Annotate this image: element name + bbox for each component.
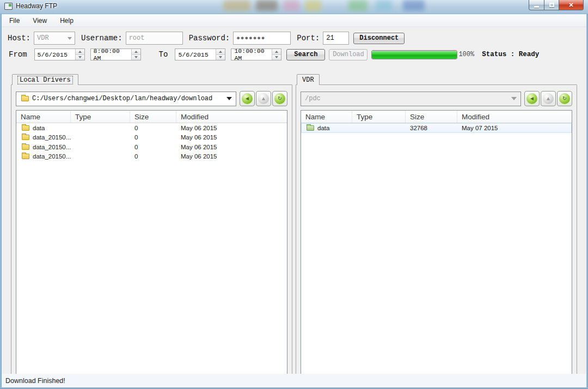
local-refresh-button[interactable]: ↻	[272, 91, 287, 106]
client-area: Host: VDR Username: root Password: ●●●●●…	[2, 27, 586, 374]
column-header-modified[interactable]: Modified	[176, 111, 287, 123]
chevron-down-icon	[226, 97, 232, 100]
remote-back-button[interactable]: ◄	[524, 91, 540, 106]
local-path-combobox[interactable]: C:/Users/changwei/Desktop/lan/headway/do…	[16, 92, 236, 106]
glass-blur-decoration	[376, 0, 392, 11]
chevron-down-icon	[68, 37, 72, 40]
table-row[interactable]: data_20150... 0 May 06 2015	[16, 142, 287, 152]
host-label: Host:	[8, 34, 30, 42]
username-label: Username:	[81, 34, 122, 42]
port-label: Port:	[297, 34, 320, 42]
up-arrow-icon: ▲	[543, 93, 554, 104]
column-header-size[interactable]: Size	[130, 111, 176, 123]
glass-blur-decoration	[283, 0, 299, 11]
table-row[interactable]: data 32768 May 07 2015	[301, 123, 572, 133]
from-date-value: 5/6/2015	[35, 49, 75, 60]
file-size: 32768	[406, 125, 457, 131]
close-button[interactable]: ✕	[559, 0, 584, 10]
menu-bar: File View Help	[2, 14, 586, 27]
glass-blur-decoration	[305, 0, 321, 11]
minimize-button[interactable]	[529, 0, 544, 10]
spin-down-icon[interactable]	[76, 55, 84, 60]
status-ready-text: Status : Ready	[482, 51, 539, 58]
glass-blur-decoration	[256, 0, 278, 11]
maximize-button[interactable]	[544, 0, 559, 10]
local-back-button[interactable]: ◄	[240, 91, 255, 106]
spinner-buttons[interactable]	[216, 49, 225, 60]
column-header-type[interactable]: Type	[352, 111, 406, 123]
username-field[interactable]: root	[126, 32, 183, 45]
table-row[interactable]: data 0 May 06 2015	[16, 123, 287, 133]
spin-up-icon[interactable]	[272, 49, 281, 55]
back-arrow-icon: ◄	[242, 93, 253, 104]
password-value: ●●●●●●●	[236, 35, 265, 41]
window-title: Headway FTP	[16, 2, 57, 10]
folder-icon	[22, 125, 29, 131]
refresh-icon: ↻	[274, 93, 285, 104]
tab-vdr[interactable]: VDR	[297, 74, 320, 85]
local-up-button[interactable]: ▲	[256, 91, 271, 106]
remote-refresh-button[interactable]: ↻	[557, 91, 572, 106]
spin-down-icon[interactable]	[132, 55, 140, 60]
search-toolbar: From 5/6/2015 8:00:00 AM To 5/6/2015	[9, 48, 539, 61]
folder-icon	[22, 154, 29, 159]
remote-path-combobox[interactable]: /pdc	[301, 92, 521, 106]
file-name: data_20150...	[33, 134, 71, 141]
menu-file[interactable]: File	[4, 15, 25, 26]
download-button[interactable]: Download	[329, 49, 367, 60]
remote-list-header: Name Type Size Modified	[301, 111, 572, 123]
file-size: 0	[130, 144, 176, 150]
app-icon	[4, 3, 13, 10]
spin-up-icon[interactable]	[216, 49, 225, 55]
host-combobox[interactable]: VDR	[34, 32, 75, 45]
local-path-row: C:/Users/changwei/Desktop/lan/headway/do…	[16, 91, 287, 106]
file-name: data	[33, 125, 45, 131]
column-header-name[interactable]: Name	[301, 111, 352, 123]
password-field[interactable]: ●●●●●●●	[233, 32, 291, 45]
glass-blur-decoration	[403, 0, 425, 11]
to-time-value: 10:00:00 AM	[231, 49, 272, 60]
spinner-buttons[interactable]	[75, 49, 84, 60]
local-file-list[interactable]: Name Type Size Modified data 0 May 06 20…	[16, 110, 287, 374]
spin-up-icon[interactable]	[132, 49, 140, 55]
remote-up-button[interactable]: ▲	[541, 91, 556, 106]
spin-down-icon[interactable]	[272, 55, 281, 60]
to-date-spinner[interactable]: 5/6/2015	[175, 48, 225, 60]
search-button[interactable]: Search	[286, 49, 325, 60]
status-bar: Download Finished!	[2, 374, 586, 387]
from-time-spinner[interactable]: 8:00:00 AM	[90, 48, 141, 60]
file-modified: May 06 2015	[176, 144, 287, 150]
menu-help[interactable]: Help	[54, 15, 79, 26]
progress-fill	[372, 51, 457, 59]
tab-local-drivers[interactable]: Local Drivers	[12, 74, 78, 85]
spinner-buttons[interactable]	[131, 49, 140, 60]
file-name: data_20150...	[33, 153, 71, 160]
table-row[interactable]: data_20150... 0 May 06 2015	[16, 133, 287, 143]
file-size: 0	[130, 125, 176, 131]
back-arrow-icon: ◄	[526, 93, 537, 104]
tab-local-drivers-label: Local Drivers	[17, 76, 73, 84]
column-header-size[interactable]: Size	[406, 111, 457, 123]
close-icon: ✕	[568, 2, 573, 8]
from-date-spinner[interactable]: 5/6/2015	[34, 48, 85, 60]
remote-file-list[interactable]: Name Type Size Modified data 32768 May 0…	[301, 110, 572, 374]
remote-panel: VDR /pdc ◄ ▲ ↻ Name Type Size	[296, 74, 577, 381]
port-field[interactable]: 21	[323, 32, 349, 45]
to-label: To	[159, 50, 168, 59]
spinner-buttons[interactable]	[272, 49, 281, 60]
menu-view[interactable]: View	[27, 15, 52, 26]
disconnect-button[interactable]: Disconnect	[353, 33, 405, 44]
column-header-modified[interactable]: Modified	[457, 111, 572, 123]
file-modified: May 06 2015	[176, 125, 287, 131]
spin-up-icon[interactable]	[76, 49, 84, 55]
connection-toolbar: Host: VDR Username: root Password: ●●●●●…	[8, 31, 405, 45]
spin-down-icon[interactable]	[216, 55, 225, 60]
progress-percent: 100%	[458, 51, 474, 58]
file-modified: May 07 2015	[457, 125, 572, 131]
to-time-spinner[interactable]: 10:00:00 AM	[231, 48, 281, 60]
file-name: data_20150...	[33, 144, 71, 150]
column-header-type[interactable]: Type	[71, 111, 130, 123]
title-bar[interactable]: Headway FTP ✕	[0, 0, 588, 14]
table-row[interactable]: data_20150... 0 May 06 2015	[16, 152, 287, 162]
column-header-name[interactable]: Name	[16, 111, 71, 123]
